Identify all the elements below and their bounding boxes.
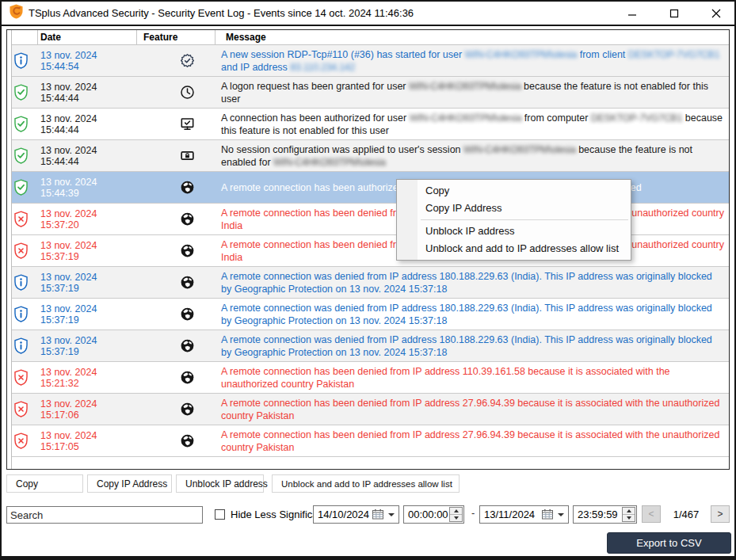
feature-cell: [137, 235, 215, 266]
severity-cell: [12, 204, 38, 234]
message-text: A remote connection has been denied from…: [221, 366, 670, 390]
severity-error-shield-icon: [13, 432, 29, 449]
spin-up-icon: [454, 507, 459, 512]
column-header-date[interactable]: Date: [38, 30, 137, 44]
feature-cell: [137, 394, 215, 425]
redacted-text: DESKTOP-7VG7CB1: [628, 49, 719, 60]
export-to-csv-button[interactable]: Export to CSV: [607, 532, 731, 554]
context-menu-item[interactable]: Copy: [397, 182, 631, 200]
context-menu-item[interactable]: Unblock and add to IP addresses allow li…: [397, 240, 631, 257]
event-message: A connection has been authorized for use…: [215, 109, 729, 139]
previous-page-button[interactable]: <: [642, 505, 661, 523]
message-text: No session configuration was applied to …: [221, 144, 463, 155]
time-to-value: 23:59:59: [578, 509, 618, 520]
event-row[interactable]: 13 nov. 2024 15:44:44A connection has be…: [12, 109, 729, 140]
feature-cell: [137, 362, 215, 393]
window-minimize-button[interactable]: [624, 5, 641, 22]
redacted-text: WIN-C4HKO93TPM\olesia: [273, 157, 386, 168]
event-message: A remote connection has been denied from…: [215, 425, 729, 456]
time-from-value: 00:00:00: [408, 509, 448, 520]
calendar-icon: [372, 509, 383, 522]
column-header-message[interactable]: Message: [215, 30, 729, 44]
severity-ok-shield-icon: [13, 179, 29, 196]
message-text: A remote connection has been denied from…: [221, 429, 719, 453]
event-row[interactable]: 13 nov. 2024 15:21:32A remote connection…: [12, 362, 729, 394]
menu-separator: [421, 219, 628, 220]
severity-cell: [12, 235, 38, 266]
redacted-text: WIN-C4HKO93TPM\olesia: [409, 81, 521, 92]
window-maximize-button[interactable]: [665, 5, 683, 22]
severity-cell: [12, 267, 38, 298]
time-to-spinner[interactable]: 23:59:59: [573, 505, 637, 524]
severity-cell: [12, 172, 38, 203]
feature-cell: [137, 267, 215, 298]
event-row[interactable]: 13 nov. 2024 15:37:19A remote connection…: [12, 330, 729, 362]
severity-info-shield-icon: [13, 274, 29, 291]
context-menu-item[interactable]: Unblock IP address: [397, 223, 631, 240]
app-window: TSplus Advanced Security - Security Even…: [0, 0, 736, 560]
event-row[interactable]: 13 nov. 2024 15:37:19A remote connection…: [12, 267, 729, 299]
event-message: A remote connection was denied from IP a…: [215, 299, 729, 330]
search-input[interactable]: [6, 506, 203, 524]
window-controls: [624, 5, 734, 22]
app-shield-icon: [10, 4, 23, 22]
message-text: A remote connection has been denied from: [221, 239, 413, 250]
message-text: A new session RDP-Tcp#110 (#36) has star…: [221, 49, 465, 60]
event-row[interactable]: 13 nov. 2024 15:17:06A remote connection…: [12, 394, 729, 425]
feature-seal-check-icon: [179, 52, 196, 69]
dropdown-arrow-icon: [388, 513, 395, 520]
event-row[interactable]: 13 nov. 2024 15:44:44No session configur…: [12, 140, 729, 172]
copy-ip-address-button[interactable]: Copy IP Address: [87, 474, 172, 493]
spinner-buttons[interactable]: [449, 507, 463, 522]
time-from-spinner[interactable]: 00:00:00: [403, 505, 464, 524]
titlebar: TSplus Advanced Security - Security Even…: [2, 2, 734, 26]
row-header-gutter: [11, 30, 12, 469]
window-title: TSplus Advanced Security - Security Even…: [29, 7, 414, 19]
message-text: A remote connection was denied from IP a…: [221, 271, 712, 295]
event-date: 13 nov. 2024 15:37:19: [38, 267, 137, 298]
feature-cell: [137, 172, 215, 203]
event-date: 13 nov. 2024 15:44:54: [38, 45, 137, 76]
severity-error-shield-icon: [13, 211, 29, 227]
unblock-and-add-to-ip-addresses-allow-list-button[interactable]: Unblock and add to IP addresses allow li…: [272, 474, 460, 493]
event-row[interactable]: 13 nov. 2024 15:44:54A new session RDP-T…: [12, 45, 729, 77]
event-row[interactable]: 13 nov. 2024 15:44:44A logon request has…: [12, 77, 729, 109]
message-text: A remote connection was denied from IP a…: [221, 303, 712, 326]
severity-error-shield-icon: [13, 242, 29, 259]
event-date: 13 nov. 2024 15:37:20: [38, 204, 137, 234]
severity-cell: [12, 362, 38, 393]
feature-cell: [137, 77, 215, 108]
message-text: from client: [577, 49, 628, 60]
feature-cell: [137, 330, 215, 361]
copy-button[interactable]: Copy: [6, 474, 83, 493]
feature-lock-icon: [179, 147, 196, 164]
event-row[interactable]: 13 nov. 2024 15:17:05A remote connection…: [12, 425, 729, 457]
event-date: 13 nov. 2024 15:44:39: [38, 172, 137, 203]
date-to-picker[interactable]: 13/11/2024: [479, 505, 569, 524]
window-close-button[interactable]: [707, 5, 725, 22]
event-date: 13 nov. 2024 15:37:19: [38, 330, 137, 361]
spin-down-icon: [454, 516, 459, 522]
severity-cell: [12, 77, 38, 108]
next-page-button[interactable]: >: [711, 505, 730, 523]
event-message: A remote connection was denied from IP a…: [215, 330, 729, 361]
hide-less-significant-checkbox[interactable]: [215, 509, 225, 520]
redacted-text: WIN-C4HKO93TPM\olesia: [465, 49, 578, 60]
event-message: A remote connection was denied from IP a…: [215, 267, 729, 298]
event-message: A logon request has been granted for use…: [215, 77, 729, 108]
event-message: A remote connection has been denied from…: [215, 362, 729, 393]
spin-down-icon: [627, 516, 631, 522]
message-text: A connection has been authorized for use…: [221, 112, 410, 124]
spinner-buttons[interactable]: [622, 507, 635, 522]
event-row[interactable]: 13 nov. 2024 15:37:19A remote connection…: [12, 299, 729, 330]
column-header-feature[interactable]: Feature: [137, 30, 215, 44]
feature-globe-icon: [179, 242, 196, 259]
context-menu-item[interactable]: Copy IP Address: [397, 200, 631, 217]
column-header-severity[interactable]: [12, 30, 38, 44]
unblock-ip-address-button[interactable]: Unblock IP address: [176, 474, 264, 493]
feature-cell: [137, 140, 215, 171]
event-date: 13 nov. 2024 15:44:44: [38, 109, 137, 139]
severity-error-shield-icon: [13, 401, 29, 417]
date-from-picker[interactable]: 14/10/2024: [313, 505, 399, 524]
feature-monitor-check-icon: [179, 116, 196, 132]
